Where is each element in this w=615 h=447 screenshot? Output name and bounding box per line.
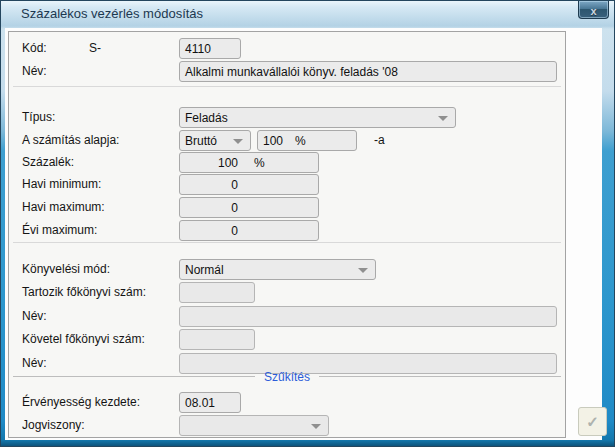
dropdown-arrow-icon xyxy=(438,116,448,121)
evi-max-value: 0 xyxy=(186,224,238,238)
separator-top xyxy=(13,86,561,87)
kod-prefix: S- xyxy=(89,38,101,59)
tipus-dropdown[interactable]: Feladás xyxy=(179,107,456,128)
ervenyesseg-label: Érvényesség kezdete: xyxy=(22,392,140,413)
nev1-label: Név: xyxy=(22,61,47,82)
titlebar[interactable]: Százalékos vezérlés módosítás x xyxy=(1,1,614,28)
tartozik-szam-label: Tartozik főkönyvi szám: xyxy=(22,282,146,303)
nev1-input[interactable]: Alkalmi munkavállalói könyv. feladás '08 xyxy=(179,61,557,82)
dropdown-arrow-icon xyxy=(358,268,368,273)
szazalek-input[interactable]: 100 % xyxy=(179,152,319,173)
close-icon: x xyxy=(590,5,596,17)
szamitas-percent-value: 100 xyxy=(263,134,283,148)
dropdown-arrow-icon xyxy=(233,139,243,144)
separator-line xyxy=(13,376,255,377)
szamitas-label: A számítás alapja: xyxy=(22,130,119,151)
nev1-value: Alkalmi munkavállalói könyv. feladás '08 xyxy=(185,65,398,79)
havi-min-label: Havi minimum: xyxy=(22,174,101,195)
havi-min-input[interactable]: 0 xyxy=(179,174,319,195)
kod-label: Kód: xyxy=(22,38,47,59)
szamitas-percent-unit: % xyxy=(295,134,306,148)
szazalek-unit: % xyxy=(254,156,265,170)
kovetel-szam-input[interactable] xyxy=(179,329,255,350)
havi-max-value: 0 xyxy=(186,201,238,215)
szazalek-label: Százalék: xyxy=(22,152,74,173)
szukites-link[interactable]: Szűkítés xyxy=(264,370,310,384)
kod-input[interactable]: 4110 xyxy=(179,38,241,59)
szamitas-suffix: -a xyxy=(374,130,385,151)
nev2-label: Név: xyxy=(22,306,47,327)
tartozik-szam-input[interactable] xyxy=(179,282,255,303)
dialog-window: Százalékos vezérlés módosítás x Kód: S- … xyxy=(0,0,615,447)
window-title: Százalékos vezérlés módosítás xyxy=(21,1,203,27)
evi-max-label: Évi maximum: xyxy=(22,220,97,241)
dialog-content: Kód: S- 4110 Név: Alkalmi munkavállalói … xyxy=(5,28,602,440)
szukites-separator: Szűkítés xyxy=(13,369,561,384)
szamitas-base-dropdown[interactable]: Bruttó xyxy=(179,130,251,151)
separator-middle xyxy=(13,242,561,243)
havi-min-value: 0 xyxy=(186,178,238,192)
dropdown-arrow-icon xyxy=(311,424,321,429)
havi-max-input[interactable]: 0 xyxy=(179,197,319,218)
evi-max-input[interactable]: 0 xyxy=(179,220,319,241)
jogviszony-dropdown[interactable] xyxy=(179,415,329,436)
szamitas-percent-input[interactable]: 100 % xyxy=(257,130,357,151)
ervenyesseg-input[interactable]: 08.01 xyxy=(179,392,241,413)
tipus-label: Típus: xyxy=(22,107,55,128)
kovetel-szam-label: Követel főkönyvi szám: xyxy=(22,329,145,350)
form-panel: Kód: S- 4110 Név: Alkalmi munkavállalói … xyxy=(8,31,566,438)
kod-value: 4110 xyxy=(185,42,211,56)
close-button[interactable]: x xyxy=(578,1,609,19)
confirm-button[interactable]: ✓ xyxy=(578,407,607,436)
check-icon: ✓ xyxy=(586,413,599,431)
havi-max-label: Havi maximum: xyxy=(22,197,105,218)
ervenyesseg-value: 08.01 xyxy=(185,396,215,410)
szamitas-base-value: Bruttó xyxy=(185,134,217,148)
tipus-value: Feladás xyxy=(185,111,228,125)
jogviszony-label: Jogviszony: xyxy=(22,415,85,436)
nev2-input[interactable] xyxy=(179,306,557,327)
szazalek-value: 100 xyxy=(186,156,238,170)
konyvelesi-mod-dropdown[interactable]: Normál xyxy=(179,259,376,280)
separator-line xyxy=(319,376,561,377)
konyvelesi-mod-label: Könyvelési mód: xyxy=(22,259,110,280)
konyvelesi-mod-value: Normál xyxy=(185,263,224,277)
